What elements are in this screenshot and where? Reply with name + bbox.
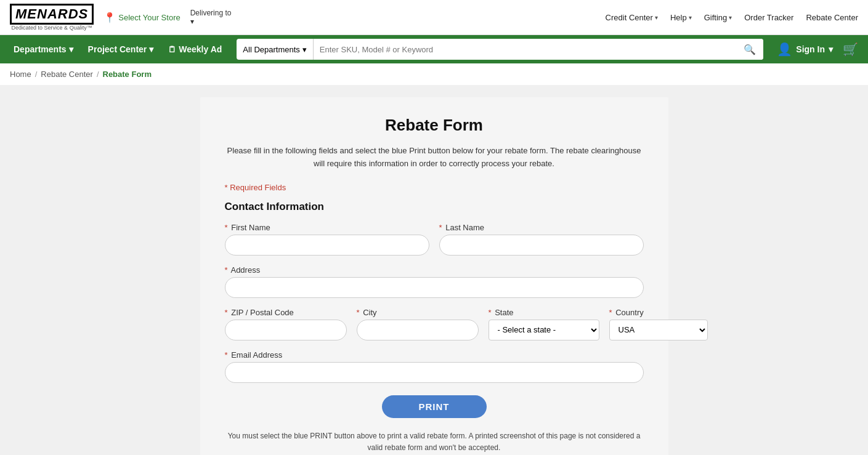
logo-text: MENARDS (15, 6, 88, 22)
last-name-input[interactable] (439, 235, 644, 256)
required-star: * (225, 265, 228, 275)
city-input[interactable] (357, 320, 479, 340)
email-row: * Email Address (225, 350, 644, 383)
order-tracker-link[interactable]: Order Tracker (744, 13, 793, 22)
page-content: Rebate Form Please fill in the following… (0, 85, 868, 455)
chevron-down-icon: ▾ (190, 17, 194, 26)
chevron-down-icon: ▾ (689, 14, 692, 21)
required-star: * (225, 223, 228, 232)
credit-center-link[interactable]: Credit Center ▾ (606, 13, 658, 22)
chevron-down-icon: ▾ (149, 44, 153, 54)
city-label: * City (357, 308, 479, 317)
form-description: Please fill in the following fields and … (225, 145, 644, 171)
first-name-label: * First Name (225, 223, 429, 232)
required-note: * Required Fields (225, 183, 644, 192)
last-name-group: * Last Name (439, 223, 644, 256)
store-select[interactable]: 📍 Select Your Store (103, 12, 180, 23)
first-name-group: * First Name (225, 223, 429, 256)
address-row: * Address (225, 265, 644, 298)
weekly-ad-link[interactable]: 🗒 Weekly Ad (162, 35, 228, 63)
city-group: * City (357, 308, 479, 340)
print-button[interactable]: PRINT (382, 395, 487, 418)
search-input[interactable] (314, 45, 737, 54)
required-star: * (609, 308, 612, 317)
state-label: * State (489, 308, 599, 317)
required-star: * (225, 350, 228, 360)
country-select[interactable]: USA (609, 320, 708, 340)
country-group: * Country USA (609, 308, 708, 340)
location-row: * ZIP / Postal Code * City * State - Sel (225, 308, 644, 340)
weekly-ad-icon: 🗒 (168, 45, 176, 54)
breadcrumb-separator: / (97, 70, 99, 79)
form-title: Rebate Form (225, 116, 644, 135)
chevron-down-icon: ▾ (729, 14, 732, 21)
breadcrumb-home[interactable]: Home (10, 70, 31, 79)
delivering-label: Delivering to (190, 9, 232, 17)
breadcrumb: Home / Rebate Center / Rebate Form (0, 63, 868, 85)
chevron-down-icon: ▾ (69, 44, 73, 54)
chevron-down-icon: ▾ (655, 14, 658, 21)
email-input[interactable] (225, 362, 644, 383)
search-bar: All Departments ▾ 🔍 (237, 39, 763, 60)
main-nav: Departments ▾ Project Center ▾ 🗒 Weekly … (0, 35, 868, 63)
address-group: * Address (225, 265, 644, 298)
help-label: Help (670, 13, 687, 22)
top-bar: MENARDS Dedicated to Service & Quality™ … (0, 0, 868, 35)
required-star: * (439, 223, 442, 232)
country-label: * Country (609, 308, 708, 317)
first-name-input[interactable] (225, 235, 429, 256)
rebate-center-label: Rebate Center (806, 13, 858, 22)
order-tracker-label: Order Tracker (744, 13, 793, 22)
state-group: * State - Select a state - (489, 308, 599, 340)
chevron-down-icon: ▾ (829, 44, 833, 54)
logo-tagline: Dedicated to Service & Quality™ (12, 25, 92, 31)
departments-label: Departments (14, 44, 67, 54)
email-label: * Email Address (225, 350, 644, 360)
print-note: You must select the blue PRINT button ab… (225, 430, 644, 454)
required-star: * (357, 308, 360, 317)
contact-info-section: Contact Information (225, 201, 644, 213)
help-link[interactable]: Help ▾ (670, 13, 692, 22)
gifting-label: Gifting (704, 13, 728, 22)
store-select-label: Select Your Store (118, 13, 180, 22)
search-department-dropdown[interactable]: All Departments ▾ (237, 39, 313, 60)
last-name-label: * Last Name (439, 223, 644, 232)
breadcrumb-rebate-center[interactable]: Rebate Center (41, 70, 93, 79)
signin-label: Sign In (796, 44, 825, 54)
form-container: Rebate Form Please fill in the following… (200, 97, 668, 455)
gifting-link[interactable]: Gifting ▾ (704, 13, 732, 22)
required-star: * (489, 308, 492, 317)
state-select[interactable]: - Select a state - (489, 320, 599, 340)
delivering-to[interactable]: Delivering to ▾ (190, 9, 232, 26)
rebate-center-link[interactable]: Rebate Center (806, 13, 858, 22)
chevron-down-icon: ▾ (302, 45, 307, 54)
logo: MENARDS (10, 4, 94, 25)
logo-area: MENARDS Dedicated to Service & Quality™ (10, 4, 94, 31)
zip-input[interactable] (225, 320, 347, 340)
project-center-menu[interactable]: Project Center ▾ (82, 35, 160, 63)
address-label: * Address (225, 265, 644, 275)
search-dept-label: All Departments (243, 45, 299, 54)
pin-icon: 📍 (103, 12, 116, 23)
name-row: * First Name * Last Name (225, 223, 644, 256)
email-group: * Email Address (225, 350, 644, 383)
top-right-nav: Credit Center ▾ Help ▾ Gifting ▾ Order T… (606, 13, 858, 22)
project-center-label: Project Center (88, 44, 147, 54)
signin-area[interactable]: 👤 Sign In ▾ (772, 42, 838, 57)
weekly-ad-label: Weekly Ad (179, 44, 222, 54)
breadcrumb-current: Rebate Form (103, 70, 152, 79)
zip-group: * ZIP / Postal Code (225, 308, 347, 340)
required-star: * (225, 308, 228, 317)
cart-icon[interactable]: 🛒 (840, 42, 861, 57)
breadcrumb-separator: / (35, 70, 38, 79)
credit-center-label: Credit Center (606, 13, 653, 22)
search-button[interactable]: 🔍 (736, 39, 763, 60)
departments-menu[interactable]: Departments ▾ (7, 35, 79, 63)
address-input[interactable] (225, 277, 644, 298)
user-icon: 👤 (777, 42, 792, 57)
zip-label: * ZIP / Postal Code (225, 308, 347, 317)
